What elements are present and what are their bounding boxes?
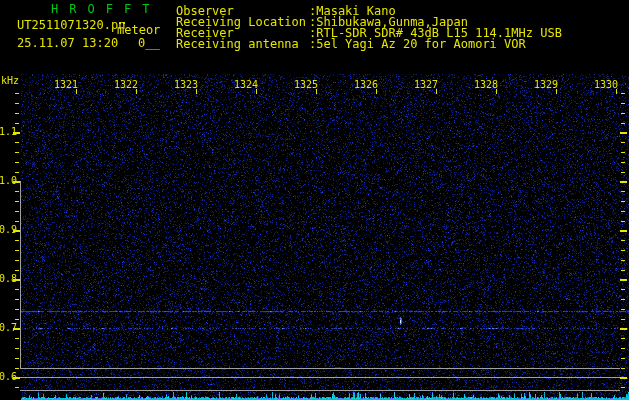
y-axis-minor-tick-right [621, 270, 625, 271]
y-axis-minor-tick-right [621, 348, 625, 349]
y-axis-tick-label: 0.7 [0, 322, 17, 333]
y-axis-minor-tick-left [15, 338, 19, 339]
y-axis-minor-tick-left [15, 250, 19, 251]
y-axis-minor-tick-left [15, 191, 19, 192]
y-axis-unit-label: kHz [1, 75, 19, 86]
station-label: meteor [117, 24, 160, 36]
y-axis-minor-tick-left [15, 103, 19, 104]
y-axis-minor-tick-right [621, 221, 625, 222]
frame-counter: 0__ [138, 37, 160, 49]
y-axis-tick-label: 0.8 [0, 273, 17, 284]
y-axis-minor-tick-left [15, 221, 19, 222]
y-axis-minor-tick-left [15, 387, 19, 388]
y-axis-minor-tick-left [15, 201, 19, 202]
y-axis-minor-tick-left [15, 348, 19, 349]
y-axis-tick-label: 1.1 [0, 126, 17, 137]
y-axis-minor-tick-right [621, 358, 625, 359]
y-axis-minor-tick-right [621, 201, 625, 202]
x-axis-tick-label: 1324 [225, 79, 258, 90]
y-axis-minor-tick-right [621, 162, 625, 163]
y-axis-minor-tick-right [621, 103, 625, 104]
x-axis-tick-label: 1330 [585, 79, 618, 90]
y-axis-minor-tick-right [621, 191, 625, 192]
y-axis-minor-tick-left [15, 319, 19, 320]
x-axis-tick-label: 1327 [405, 79, 438, 90]
y-axis-minor-tick-left [15, 142, 19, 143]
y-axis-minor-tick-right [621, 172, 625, 173]
y-axis-minor-tick-left [15, 172, 19, 173]
y-axis-minor-tick-right [621, 250, 625, 251]
y-axis-minor-tick-left [15, 240, 19, 241]
y-axis-minor-tick-left [15, 123, 19, 124]
x-axis-tick-label: 1321 [45, 79, 78, 90]
x-axis-tick-label: 1325 [285, 79, 318, 90]
y-axis-major-tick-right [620, 279, 627, 281]
x-axis-tick-label: 1329 [525, 79, 558, 90]
y-axis-minor-tick-right [621, 113, 625, 114]
info-label-receiving-antenna: Receiving antenna [176, 38, 299, 50]
y-axis-minor-tick-left [15, 211, 19, 212]
y-axis-minor-tick-left [15, 93, 19, 94]
y-axis-minor-tick-right [621, 240, 625, 241]
y-axis-minor-tick-right [621, 93, 625, 94]
y-axis-minor-tick-left [15, 113, 19, 114]
level-graph-axis-line [20, 181, 21, 369]
y-axis-minor-tick-right [621, 299, 625, 300]
y-axis-minor-tick-right [621, 211, 625, 212]
x-axis-tick-label: 1322 [105, 79, 138, 90]
y-axis-tick-label: 0.9 [0, 224, 17, 235]
y-axis-minor-tick-left [15, 309, 19, 310]
y-axis-minor-tick-right [621, 123, 625, 124]
y-axis-major-tick-right [620, 230, 627, 232]
y-axis-minor-tick-right [621, 319, 625, 320]
datetime-label: 25.11.07 13:20 [17, 37, 118, 49]
y-axis-major-tick-right [620, 181, 627, 183]
app-title: H R O F F T [51, 3, 151, 15]
y-axis-minor-tick-right [621, 142, 625, 143]
level-graph-hline [20, 377, 620, 378]
y-axis-minor-tick-right [621, 152, 625, 153]
hrofft-output-image: H R O F F T UT2511071320.pn meteor 25.11… [0, 0, 629, 400]
x-axis-tick-label: 1328 [465, 79, 498, 90]
y-axis-minor-tick-left [15, 358, 19, 359]
y-axis-minor-tick-right [621, 260, 625, 261]
level-graph-hline [20, 368, 620, 369]
level-graph-hline [20, 390, 620, 391]
y-axis-tick-label: 1.0 [0, 175, 17, 186]
overwritten-char-artifact [119, 22, 121, 24]
y-axis-minor-tick-left [15, 162, 19, 163]
x-axis-tick-label: 1323 [165, 79, 198, 90]
y-axis-minor-tick-right [621, 309, 625, 310]
filename-label: UT2511071320.pn [17, 19, 125, 31]
y-axis-major-tick-right [620, 377, 627, 379]
y-axis-minor-tick-right [621, 338, 625, 339]
y-axis-major-tick-right [620, 132, 627, 134]
y-axis-minor-tick-left [15, 152, 19, 153]
info-value-receiving-antenna: :5el Yagi Az 20 for Aomori VOR [309, 38, 526, 50]
y-axis-minor-tick-left [15, 368, 19, 369]
y-axis-minor-tick-left [15, 289, 19, 290]
y-axis-minor-tick-right [621, 289, 625, 290]
y-axis-minor-tick-right [621, 387, 625, 388]
y-axis-minor-tick-left [15, 299, 19, 300]
spectrogram-canvas [0, 0, 629, 400]
y-axis-major-tick-right [620, 328, 627, 330]
y-axis-tick-label: 0.6 [0, 371, 17, 382]
x-axis-tick-label: 1326 [345, 79, 378, 90]
y-axis-minor-tick-right [621, 368, 625, 369]
y-axis-minor-tick-left [15, 260, 19, 261]
y-axis-minor-tick-left [15, 270, 19, 271]
